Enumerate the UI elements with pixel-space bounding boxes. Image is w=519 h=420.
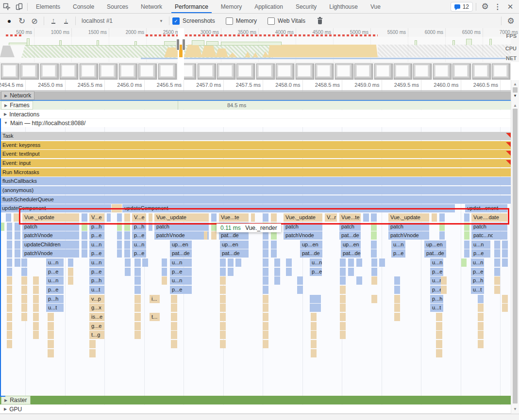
flame-bar[interactable]: p...e (132, 249, 146, 258)
flame-bar[interactable] (7, 313, 12, 321)
flame-bar[interactable]: pat...de (220, 249, 249, 258)
flame-bar[interactable]: updateChildren (22, 241, 79, 249)
save-profile-icon[interactable]: ↓ (60, 15, 72, 27)
flame-bar[interactable] (162, 268, 167, 276)
flame-bar[interactable] (371, 231, 377, 240)
flame-bar[interactable]: patchVnode (22, 249, 79, 258)
flame-bar[interactable] (211, 231, 217, 240)
flame-bar[interactable] (494, 241, 500, 249)
flame-bar[interactable] (220, 258, 226, 267)
flame-bar[interactable] (271, 249, 277, 258)
flame-bar[interactable] (263, 286, 268, 294)
flame-bar[interactable] (7, 331, 12, 339)
screenshot-thumbnail[interactable] (276, 64, 294, 80)
flame-bar[interactable] (493, 231, 507, 240)
tab-console[interactable]: Console (67, 0, 100, 13)
flame-bar[interactable] (297, 286, 303, 294)
flame-bar[interactable] (15, 249, 20, 258)
flame-bar[interactable]: p...e (471, 268, 484, 276)
flame-bar[interactable]: updat...onent (465, 204, 507, 212)
flame-bar[interactable]: p...h (89, 276, 104, 285)
flame-bar[interactable] (15, 258, 20, 267)
flame-bar[interactable]: patchVnode (154, 231, 209, 240)
flame-bar[interactable] (464, 231, 469, 240)
flame-bar[interactable]: flushCallbacks (0, 177, 511, 185)
flame-bar[interactable] (494, 249, 500, 258)
flame-bar[interactable] (33, 286, 39, 294)
flame-bar[interactable] (7, 340, 12, 348)
flame-bar[interactable]: up...en (341, 241, 361, 249)
screenshot-thumbnail[interactable] (198, 64, 216, 80)
tab-application[interactable]: Application (248, 0, 289, 13)
flame-bar[interactable]: Task (0, 132, 511, 140)
flame-bar[interactable] (274, 258, 280, 267)
flame-bar[interactable] (82, 223, 87, 231)
flame-bar[interactable] (436, 331, 442, 339)
flame-bar[interactable] (263, 304, 268, 312)
flame-bar[interactable]: Vue._update (22, 213, 79, 222)
screenshot-thumbnail[interactable] (492, 64, 510, 80)
main-scroll-down-icon[interactable]: ▼ (511, 406, 519, 412)
flame-bar[interactable]: p...e (170, 268, 192, 276)
flame-bar[interactable] (340, 322, 346, 330)
flame-bar[interactable] (379, 258, 385, 267)
flame-bar[interactable] (33, 276, 39, 285)
raster-track-toggle[interactable]: ▶ Raster (1, 396, 31, 404)
flame-bar[interactable]: Vue...te (339, 213, 361, 222)
flame-bar[interactable] (478, 331, 484, 339)
flame-bar[interactable] (263, 295, 268, 303)
flame-bar[interactable]: Vue._update (388, 213, 429, 222)
flame-bar[interactable] (263, 313, 268, 321)
flame-bar[interactable] (394, 286, 400, 294)
flame-bar[interactable] (478, 313, 484, 321)
screenshot-thumbnail[interactable] (20, 64, 39, 80)
flame-bar[interactable] (220, 313, 226, 321)
flame-bar[interactable] (348, 268, 354, 276)
flame-bar[interactable] (371, 223, 377, 231)
flame-bar[interactable]: u...n (46, 258, 64, 267)
flame-bar[interactable] (432, 213, 437, 222)
flame-bar[interactable] (134, 258, 141, 267)
flame-bar[interactable]: p...e (310, 268, 322, 276)
flame-bar[interactable] (21, 276, 27, 285)
flame-bar[interactable]: u...n (471, 258, 484, 267)
flame-bar[interactable]: V...r (325, 213, 337, 222)
flame-bar[interactable] (263, 331, 268, 339)
tab-performance[interactable]: Performance (168, 0, 215, 13)
flame-bar[interactable]: u...n (89, 258, 104, 267)
screenshot-thumbnail[interactable] (472, 64, 491, 80)
flame-bar[interactable]: p...e (46, 286, 64, 294)
flame-bar[interactable] (149, 213, 152, 222)
selection-handle-right[interactable] (182, 39, 185, 50)
flame-bar[interactable]: Vue....date (471, 213, 507, 222)
flame-bar[interactable] (310, 304, 321, 312)
flame-bar[interactable]: pat...de (170, 249, 192, 258)
flame-bar[interactable]: g...e (89, 322, 104, 330)
main-scroll-thumb[interactable] (513, 109, 518, 404)
flame-bar[interactable] (394, 304, 400, 312)
flame-bar[interactable] (263, 268, 268, 276)
flame-bar[interactable]: Vue._update (284, 213, 322, 222)
flame-bar[interactable] (89, 340, 96, 348)
screenshot-thumbnail[interactable] (433, 64, 452, 80)
flame-bar[interactable] (228, 268, 234, 276)
tab-network[interactable]: Network (134, 0, 168, 13)
flame-bar[interactable] (263, 340, 268, 348)
flame-bar[interactable] (464, 241, 469, 249)
flame-bar[interactable] (124, 241, 130, 249)
flame-bar[interactable] (436, 349, 442, 357)
flame-bar[interactable]: p...h (132, 223, 146, 231)
flame-bar[interactable] (340, 258, 346, 267)
flame-bar[interactable] (15, 223, 20, 231)
flame-bar[interactable] (220, 276, 226, 285)
flame-bar[interactable]: u...n (391, 241, 405, 249)
flame-bar[interactable]: patch (339, 223, 361, 231)
screenshot-thumbnail[interactable] (394, 64, 412, 80)
flame-bar[interactable] (117, 249, 122, 258)
flame-bar[interactable] (171, 340, 177, 348)
flame-bar[interactable]: u...t (430, 304, 443, 312)
flame-bar[interactable] (461, 258, 467, 267)
flame-bar[interactable]: g...x (89, 304, 104, 312)
flame-bar[interactable]: patchVnode (284, 231, 322, 240)
flame-bar[interactable] (82, 249, 87, 258)
